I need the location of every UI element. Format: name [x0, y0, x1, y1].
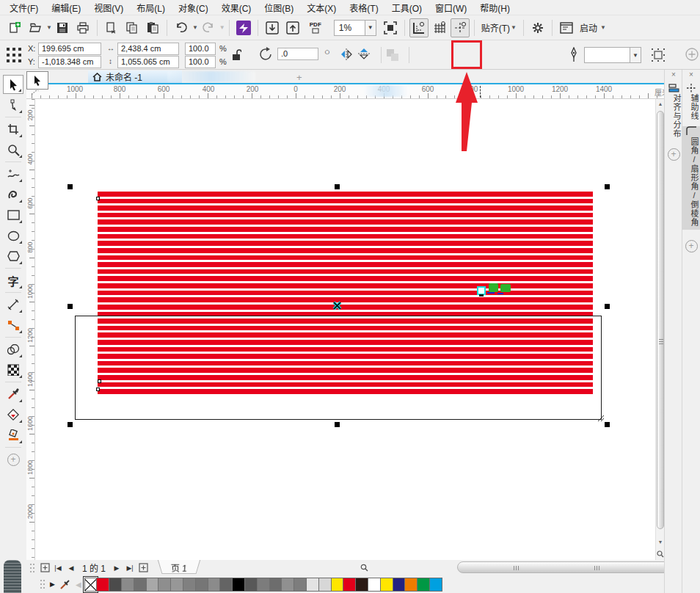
- new-document-button[interactable]: [5, 18, 24, 37]
- options-gear-icon[interactable]: [528, 18, 547, 37]
- color-swatch-19[interactable]: [318, 578, 332, 592]
- vertical-scroll-thumb[interactable]: [657, 111, 664, 529]
- menu-item-0[interactable]: 文件(F): [3, 0, 45, 15]
- crop-tool[interactable]: [3, 120, 23, 139]
- color-swatch-23[interactable]: [368, 578, 381, 592]
- menu-item-1[interactable]: 编辑(E): [45, 0, 87, 15]
- color-swatch-20[interactable]: [331, 578, 344, 592]
- menu-item-7[interactable]: 文本(X): [300, 0, 343, 15]
- drop-shadow-tool[interactable]: [3, 340, 23, 359]
- print-button[interactable]: [73, 18, 92, 37]
- horizontal-ruler[interactable]: 厘米 1000800600400200020040060080010001200…: [26, 84, 675, 99]
- color-swatch-13[interactable]: [244, 578, 258, 592]
- zoom-tool[interactable]: [3, 140, 23, 159]
- selection-handle-top-left[interactable]: [68, 184, 73, 189]
- interactive-fill-tool[interactable]: [3, 405, 23, 424]
- import-button[interactable]: [263, 18, 282, 37]
- selection-center-marker[interactable]: [332, 301, 342, 310]
- menu-item-11[interactable]: 帮助(H): [473, 0, 517, 15]
- next-page-button[interactable]: ▶: [111, 562, 123, 574]
- publish-pdf-button[interactable]: PDF: [304, 18, 327, 37]
- ruler-toggle-button[interactable]: [409, 18, 429, 37]
- previous-page-button[interactable]: ◀: [65, 562, 77, 574]
- color-swatch-26[interactable]: [404, 578, 418, 592]
- toolbox-customize-plus-icon[interactable]: +: [7, 454, 20, 466]
- x-position-field[interactable]: 199.695 cm: [38, 43, 101, 55]
- menu-item-6[interactable]: 位图(B): [258, 0, 300, 15]
- cut-button[interactable]: [102, 18, 121, 37]
- horizontal-scrollbar[interactable]: ◀: [360, 561, 690, 575]
- color-swatch-7[interactable]: [170, 578, 183, 592]
- toolbox-overflow-grip[interactable]: [4, 560, 21, 593]
- selection-handle-bottom-right[interactable]: [605, 422, 610, 427]
- selection-handle-top-right[interactable]: [605, 184, 610, 189]
- save-button[interactable]: [53, 18, 72, 37]
- rotation-angle-field[interactable]: .0: [277, 48, 318, 60]
- menu-item-4[interactable]: 对象(C): [172, 0, 215, 15]
- smart-fill-tool[interactable]: [3, 426, 23, 445]
- rectangle-tool[interactable]: [3, 205, 23, 225]
- color-swatch-15[interactable]: [269, 578, 282, 592]
- connector-tool[interactable]: [3, 316, 23, 335]
- export-button[interactable]: [283, 18, 302, 37]
- docker-tab-guidelines[interactable]: 辅助线: [682, 94, 700, 120]
- launch-menu-button[interactable]: 启动▼: [577, 21, 609, 34]
- color-swatch-28[interactable]: [429, 578, 442, 592]
- color-eyedropper-tool[interactable]: [3, 385, 23, 404]
- docker-tab-corners[interactable]: 圆角/扇形角/倒棱角: [682, 137, 700, 227]
- grid-toggle-button[interactable]: [430, 18, 449, 37]
- zoom-navigator-icon[interactable]: [360, 563, 368, 572]
- dock-customize-plus-icon[interactable]: +: [685, 240, 698, 252]
- mirror-vertical-button[interactable]: [357, 47, 371, 62]
- wrap-text-icon[interactable]: [650, 47, 666, 63]
- artistic-media-tool[interactable]: [3, 185, 23, 204]
- color-swatch-25[interactable]: [393, 578, 406, 592]
- page-tab[interactable]: 页 1: [158, 560, 200, 574]
- menu-item-5[interactable]: 效果(C): [215, 0, 258, 15]
- open-button[interactable]: [26, 18, 45, 37]
- palette-drag-grip[interactable]: [40, 578, 45, 590]
- color-swatch-5[interactable]: [146, 578, 159, 592]
- palette-scroll-left-arrow[interactable]: ◀: [76, 581, 81, 589]
- close-icon[interactable]: ×: [665, 70, 682, 80]
- snap-menu-button[interactable]: 贴齐(T)▼: [478, 21, 519, 34]
- object-width-field[interactable]: 2,438.4 cm: [117, 43, 179, 55]
- color-swatch-24[interactable]: [380, 578, 393, 592]
- color-swatch-1[interactable]: [96, 578, 109, 592]
- fit-page-button[interactable]: [381, 18, 400, 37]
- color-swatch-17[interactable]: [294, 578, 307, 592]
- palette-eyedropper-icon[interactable]: [59, 578, 71, 590]
- y-position-field[interactable]: -1,018.348 cm: [38, 56, 101, 68]
- curve-node[interactable]: [96, 388, 100, 391]
- object-height-field[interactable]: 1,055.065 cm: [117, 56, 179, 68]
- transparency-tool[interactable]: [3, 360, 23, 379]
- vertical-scrollbar[interactable]: ▲ ▼: [655, 99, 664, 560]
- copy-button[interactable]: [123, 18, 142, 37]
- outline-rectangle-object[interactable]: [75, 316, 602, 420]
- swatch-no-color[interactable]: [84, 578, 98, 592]
- color-swatch-16[interactable]: [281, 578, 294, 592]
- color-swatch-10[interactable]: [208, 578, 221, 592]
- color-swatch-8[interactable]: [183, 578, 196, 592]
- docker-tab-corners-section[interactable]: 圆角/扇形角/倒棱角: [682, 126, 700, 230]
- docker-tab-align-distribute[interactable]: 对齐与分布: [665, 94, 682, 138]
- add-page-after-button[interactable]: [137, 562, 149, 574]
- last-page-button[interactable]: ▶|: [124, 562, 136, 574]
- splitter-grip[interactable]: [29, 563, 35, 573]
- shape-tool[interactable]: [3, 95, 23, 114]
- palette-flyout-arrow[interactable]: ▶: [50, 581, 55, 588]
- menu-item-8[interactable]: 表格(T): [343, 0, 384, 15]
- undo-button[interactable]: [172, 18, 191, 37]
- color-swatch-12[interactable]: [232, 578, 245, 592]
- dock-customize-plus-icon[interactable]: +: [668, 148, 680, 161]
- color-swatch-18[interactable]: [306, 578, 319, 592]
- selection-handle-bottom-left[interactable]: [68, 422, 73, 427]
- color-swatch-14[interactable]: [257, 578, 270, 592]
- undo-dropdown[interactable]: ▼: [192, 24, 198, 31]
- menu-item-10[interactable]: 窗口(W): [429, 0, 473, 15]
- selection-handle-middle-left[interactable]: [68, 304, 73, 309]
- outline-width-combo[interactable]: ▼: [584, 47, 641, 63]
- redo-dropdown[interactable]: ▼: [219, 24, 225, 31]
- drawing-canvas[interactable]: [35, 99, 655, 560]
- color-swatch-9[interactable]: [195, 578, 208, 592]
